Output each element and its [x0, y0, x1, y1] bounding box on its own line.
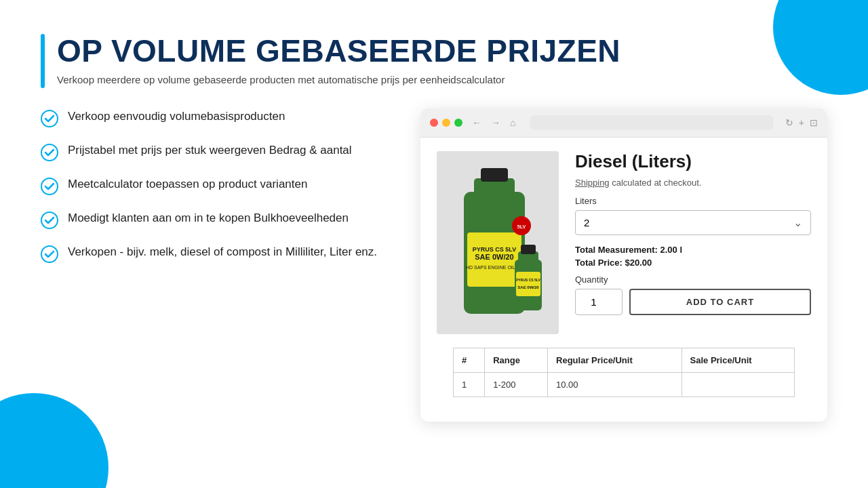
svg-point-0 — [41, 110, 58, 127]
liters-select-wrapper[interactable]: 2 5 10 20 — [575, 210, 811, 235]
svg-text:5LV: 5LV — [517, 224, 526, 229]
price-table-container: #RangeRegular Price/UnitSale Price/Unit … — [420, 348, 827, 422]
total-price: Total Price: $20.00 — [575, 258, 811, 268]
table-cell — [682, 373, 794, 397]
browser-actions: ↻ + ⊡ — [785, 117, 818, 128]
page-content: OP VOLUME GEBASEERDE PRIJZEN Verkoop mee… — [0, 0, 868, 488]
svg-text:HD SAPS ENGINE OIL CS: HD SAPS ENGINE OIL CS — [466, 265, 523, 270]
svg-point-4 — [41, 246, 58, 262]
dot-yellow[interactable] — [442, 119, 450, 127]
browser-more[interactable]: ⊡ — [810, 117, 818, 128]
table-header: Regular Price/Unit — [548, 348, 682, 373]
check-icon — [41, 211, 58, 229]
table-cell: 10.00 — [548, 373, 682, 397]
quantity-row: ADD TO CART — [575, 289, 811, 315]
feature-text: Moedigt klanten aan om in te kopen Bulkh… — [68, 210, 349, 226]
svg-text:SAE 0W/20: SAE 0W/20 — [517, 285, 539, 289]
feature-item: Prijstabel met prijs per stuk weergeven … — [41, 142, 380, 161]
feature-text: Verkopen - bijv. melk, diesel of compost… — [68, 244, 377, 260]
liters-label: Liters — [575, 196, 811, 206]
svg-text:PYRUS CS 5LV: PYRUS CS 5LV — [516, 278, 540, 282]
browser-refresh[interactable]: ↻ — [785, 117, 793, 128]
table-cell: 1-200 — [485, 373, 548, 397]
feature-item: Meetcalculator toepassen op product vari… — [41, 176, 380, 195]
browser-search-bar[interactable] — [530, 115, 772, 130]
check-icon — [41, 178, 58, 195]
browser-mockup: ← → ⌂ ↻ + ⊡ — [420, 108, 827, 422]
svg-rect-15 — [521, 245, 536, 254]
feature-text: Verkoop eenvoudig volumebasisproducten — [68, 108, 285, 125]
nav-back[interactable]: ← — [469, 116, 484, 129]
quantity-label: Quantity — [575, 274, 811, 285]
table-header: # — [454, 348, 485, 373]
page-title: OP VOLUME GEBASEERDE PRIJZEN — [57, 34, 620, 68]
dot-green[interactable] — [454, 119, 462, 127]
product-title: Diesel (Liters) — [575, 151, 811, 172]
feature-list: Verkoop eenvoudig volumebasisproducten P… — [41, 108, 380, 278]
nav-forward[interactable]: → — [488, 116, 503, 129]
liters-select[interactable]: 2 5 10 20 — [576, 211, 810, 235]
product-shipping: Shipping calculated at checkout. — [575, 178, 811, 188]
check-icon — [41, 110, 58, 127]
table-row: 11-20010.00 — [454, 373, 795, 397]
svg-rect-16 — [516, 272, 540, 296]
blue-bar-accent — [41, 34, 45, 88]
price-table: #RangeRegular Price/UnitSale Price/Unit … — [453, 348, 795, 397]
svg-text:PYRUS CS 5LV: PYRUS CS 5LV — [473, 246, 516, 253]
product-content: PYRUS CS 5LV SAE 0W/20 HD SAPS ENGINE OI… — [420, 138, 827, 348]
browser-toolbar: ← → ⌂ ↻ + ⊡ — [420, 108, 827, 138]
svg-text:SAE 0W/20: SAE 0W/20 — [475, 253, 513, 261]
check-icon — [41, 245, 58, 263]
add-to-cart-button[interactable]: ADD TO CART — [629, 289, 811, 315]
header-section: OP VOLUME GEBASEERDE PRIJZEN Verkoop mee… — [41, 34, 827, 88]
quantity-input[interactable] — [575, 289, 623, 315]
total-measurement-label: Total Measurement: — [575, 245, 658, 255]
svg-point-1 — [41, 144, 58, 161]
svg-point-3 — [41, 212, 58, 228]
feature-item: Moedigt klanten aan om in te kopen Bulkh… — [41, 210, 380, 229]
nav-home[interactable]: ⌂ — [507, 116, 518, 129]
main-layout: Verkoop eenvoudig volumebasisproducten P… — [41, 108, 827, 422]
total-measurement-value: 2.00 l — [660, 245, 682, 255]
dot-red[interactable] — [430, 119, 438, 127]
svg-rect-8 — [481, 168, 508, 182]
check-icon — [41, 144, 58, 161]
feature-text: Prijstabel met prijs per stuk weergeven … — [68, 142, 352, 159]
page-subtitle: Verkoop meerdere op volume gebaseerde pr… — [57, 74, 620, 85]
product-image: PYRUS CS 5LV SAE 0W/20 HD SAPS ENGINE OI… — [437, 151, 559, 334]
table-header: Range — [485, 348, 548, 373]
svg-point-2 — [41, 178, 58, 195]
feature-item: Verkopen - bijv. melk, diesel of compost… — [41, 244, 380, 263]
table-cell: 1 — [454, 373, 485, 397]
feature-text: Meetcalculator toepassen op product vari… — [68, 176, 307, 192]
shipping-link[interactable]: Shipping — [575, 178, 610, 188]
header-text: OP VOLUME GEBASEERDE PRIJZEN Verkoop mee… — [57, 34, 620, 85]
feature-item: Verkoop eenvoudig volumebasisproducten — [41, 108, 380, 127]
total-measurement: Total Measurement: 2.00 l — [575, 245, 811, 255]
total-price-value: $20.00 — [625, 258, 652, 268]
browser-nav: ← → ⌂ — [469, 116, 518, 129]
total-price-label: Total Price: — [575, 258, 623, 268]
product-details: Diesel (Liters) Shipping calculated at c… — [575, 151, 811, 334]
browser-dots — [430, 119, 462, 127]
shipping-text: calculated at checkout. — [612, 178, 701, 188]
table-header: Sale Price/Unit — [682, 348, 794, 373]
browser-add-tab[interactable]: + — [799, 117, 804, 128]
